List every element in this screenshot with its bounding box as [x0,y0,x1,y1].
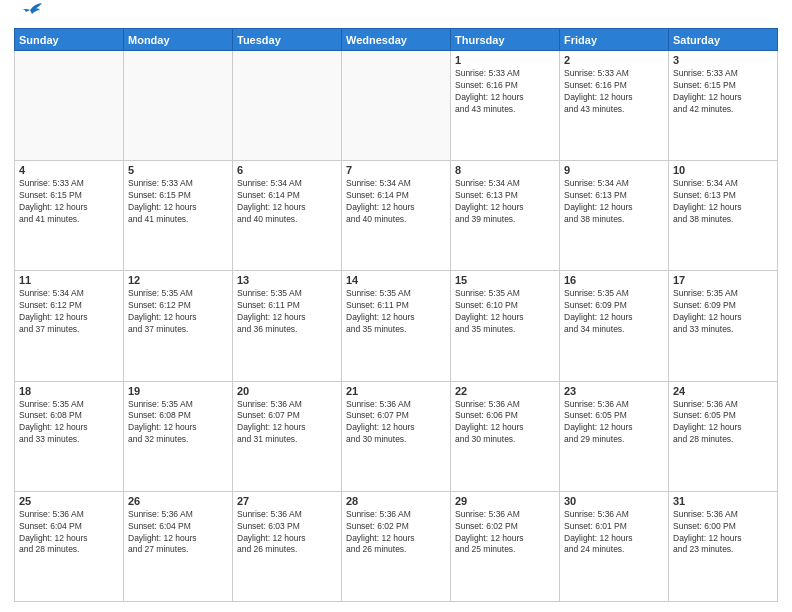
weekday-header-monday: Monday [124,29,233,51]
header [14,10,778,22]
calendar-week-1: 1Sunrise: 5:33 AM Sunset: 6:16 PM Daylig… [15,51,778,161]
day-number: 14 [346,274,446,286]
calendar-cell: 1Sunrise: 5:33 AM Sunset: 6:16 PM Daylig… [451,51,560,161]
page: SundayMondayTuesdayWednesdayThursdayFrid… [0,0,792,612]
day-number: 6 [237,164,337,176]
calendar-cell: 20Sunrise: 5:36 AM Sunset: 6:07 PM Dayli… [233,381,342,491]
day-info: Sunrise: 5:35 AM Sunset: 6:10 PM Dayligh… [455,288,555,336]
day-number: 24 [673,385,773,397]
day-info: Sunrise: 5:36 AM Sunset: 6:04 PM Dayligh… [19,509,119,557]
day-number: 18 [19,385,119,397]
day-info: Sunrise: 5:33 AM Sunset: 6:15 PM Dayligh… [19,178,119,226]
calendar-cell: 19Sunrise: 5:35 AM Sunset: 6:08 PM Dayli… [124,381,233,491]
day-number: 25 [19,495,119,507]
day-info: Sunrise: 5:33 AM Sunset: 6:16 PM Dayligh… [455,68,555,116]
logo [14,10,44,22]
calendar-cell: 16Sunrise: 5:35 AM Sunset: 6:09 PM Dayli… [560,271,669,381]
day-info: Sunrise: 5:36 AM Sunset: 6:03 PM Dayligh… [237,509,337,557]
day-info: Sunrise: 5:33 AM Sunset: 6:16 PM Dayligh… [564,68,664,116]
calendar-cell: 3Sunrise: 5:33 AM Sunset: 6:15 PM Daylig… [669,51,778,161]
day-number: 13 [237,274,337,286]
weekday-header-tuesday: Tuesday [233,29,342,51]
calendar-cell: 6Sunrise: 5:34 AM Sunset: 6:14 PM Daylig… [233,161,342,271]
calendar-cell: 29Sunrise: 5:36 AM Sunset: 6:02 PM Dayli… [451,491,560,601]
calendar-cell [233,51,342,161]
weekday-header-row: SundayMondayTuesdayWednesdayThursdayFrid… [15,29,778,51]
day-number: 16 [564,274,664,286]
day-number: 21 [346,385,446,397]
calendar-cell: 14Sunrise: 5:35 AM Sunset: 6:11 PM Dayli… [342,271,451,381]
calendar-cell: 26Sunrise: 5:36 AM Sunset: 6:04 PM Dayli… [124,491,233,601]
weekday-header-wednesday: Wednesday [342,29,451,51]
day-info: Sunrise: 5:35 AM Sunset: 6:09 PM Dayligh… [564,288,664,336]
day-info: Sunrise: 5:36 AM Sunset: 6:02 PM Dayligh… [455,509,555,557]
day-number: 10 [673,164,773,176]
day-info: Sunrise: 5:34 AM Sunset: 6:12 PM Dayligh… [19,288,119,336]
day-info: Sunrise: 5:36 AM Sunset: 6:05 PM Dayligh… [673,399,773,447]
day-info: Sunrise: 5:35 AM Sunset: 6:12 PM Dayligh… [128,288,228,336]
calendar-cell: 4Sunrise: 5:33 AM Sunset: 6:15 PM Daylig… [15,161,124,271]
day-number: 15 [455,274,555,286]
day-number: 26 [128,495,228,507]
day-info: Sunrise: 5:35 AM Sunset: 6:08 PM Dayligh… [19,399,119,447]
calendar-week-2: 4Sunrise: 5:33 AM Sunset: 6:15 PM Daylig… [15,161,778,271]
calendar-cell: 17Sunrise: 5:35 AM Sunset: 6:09 PM Dayli… [669,271,778,381]
day-info: Sunrise: 5:33 AM Sunset: 6:15 PM Dayligh… [128,178,228,226]
day-info: Sunrise: 5:35 AM Sunset: 6:09 PM Dayligh… [673,288,773,336]
day-number: 28 [346,495,446,507]
day-number: 31 [673,495,773,507]
day-info: Sunrise: 5:35 AM Sunset: 6:11 PM Dayligh… [237,288,337,336]
calendar-cell: 22Sunrise: 5:36 AM Sunset: 6:06 PM Dayli… [451,381,560,491]
day-number: 5 [128,164,228,176]
calendar-cell: 7Sunrise: 5:34 AM Sunset: 6:14 PM Daylig… [342,161,451,271]
calendar-table: SundayMondayTuesdayWednesdayThursdayFrid… [14,28,778,602]
day-info: Sunrise: 5:36 AM Sunset: 6:04 PM Dayligh… [128,509,228,557]
day-number: 7 [346,164,446,176]
calendar-cell: 31Sunrise: 5:36 AM Sunset: 6:00 PM Dayli… [669,491,778,601]
day-info: Sunrise: 5:34 AM Sunset: 6:13 PM Dayligh… [564,178,664,226]
day-info: Sunrise: 5:34 AM Sunset: 6:13 PM Dayligh… [673,178,773,226]
calendar-cell: 21Sunrise: 5:36 AM Sunset: 6:07 PM Dayli… [342,381,451,491]
weekday-header-thursday: Thursday [451,29,560,51]
calendar-cell: 13Sunrise: 5:35 AM Sunset: 6:11 PM Dayli… [233,271,342,381]
day-info: Sunrise: 5:36 AM Sunset: 6:01 PM Dayligh… [564,509,664,557]
weekday-header-sunday: Sunday [15,29,124,51]
weekday-header-saturday: Saturday [669,29,778,51]
day-number: 17 [673,274,773,286]
day-info: Sunrise: 5:34 AM Sunset: 6:13 PM Dayligh… [455,178,555,226]
calendar-cell: 28Sunrise: 5:36 AM Sunset: 6:02 PM Dayli… [342,491,451,601]
day-number: 2 [564,54,664,66]
calendar-cell: 25Sunrise: 5:36 AM Sunset: 6:04 PM Dayli… [15,491,124,601]
day-number: 30 [564,495,664,507]
calendar-cell: 23Sunrise: 5:36 AM Sunset: 6:05 PM Dayli… [560,381,669,491]
day-number: 1 [455,54,555,66]
calendar-cell: 10Sunrise: 5:34 AM Sunset: 6:13 PM Dayli… [669,161,778,271]
day-info: Sunrise: 5:34 AM Sunset: 6:14 PM Dayligh… [346,178,446,226]
day-number: 23 [564,385,664,397]
logo-bird-icon [16,2,44,22]
day-number: 29 [455,495,555,507]
day-info: Sunrise: 5:36 AM Sunset: 6:02 PM Dayligh… [346,509,446,557]
calendar-week-3: 11Sunrise: 5:34 AM Sunset: 6:12 PM Dayli… [15,271,778,381]
day-info: Sunrise: 5:35 AM Sunset: 6:11 PM Dayligh… [346,288,446,336]
day-info: Sunrise: 5:36 AM Sunset: 6:06 PM Dayligh… [455,399,555,447]
day-number: 3 [673,54,773,66]
day-number: 27 [237,495,337,507]
calendar-cell: 18Sunrise: 5:35 AM Sunset: 6:08 PM Dayli… [15,381,124,491]
day-number: 11 [19,274,119,286]
calendar-cell: 9Sunrise: 5:34 AM Sunset: 6:13 PM Daylig… [560,161,669,271]
calendar-cell [15,51,124,161]
calendar-cell: 2Sunrise: 5:33 AM Sunset: 6:16 PM Daylig… [560,51,669,161]
calendar-week-5: 25Sunrise: 5:36 AM Sunset: 6:04 PM Dayli… [15,491,778,601]
day-number: 20 [237,385,337,397]
calendar-cell: 5Sunrise: 5:33 AM Sunset: 6:15 PM Daylig… [124,161,233,271]
day-info: Sunrise: 5:34 AM Sunset: 6:14 PM Dayligh… [237,178,337,226]
day-info: Sunrise: 5:36 AM Sunset: 6:05 PM Dayligh… [564,399,664,447]
calendar-cell: 12Sunrise: 5:35 AM Sunset: 6:12 PM Dayli… [124,271,233,381]
day-info: Sunrise: 5:33 AM Sunset: 6:15 PM Dayligh… [673,68,773,116]
calendar-cell [342,51,451,161]
day-number: 19 [128,385,228,397]
calendar-cell: 24Sunrise: 5:36 AM Sunset: 6:05 PM Dayli… [669,381,778,491]
calendar-week-4: 18Sunrise: 5:35 AM Sunset: 6:08 PM Dayli… [15,381,778,491]
calendar-cell [124,51,233,161]
